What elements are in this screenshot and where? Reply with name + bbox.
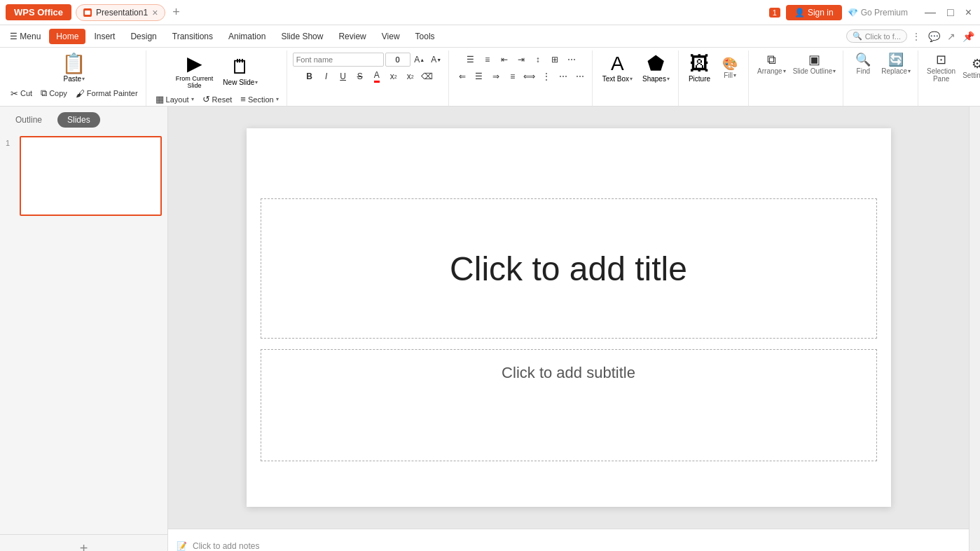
increase-indent-button[interactable]: ⇥ xyxy=(513,52,529,67)
decrease-font-button[interactable]: A▼ xyxy=(429,52,444,67)
reset-button[interactable]: ↺ Reset xyxy=(199,93,236,106)
font-color-button[interactable]: A xyxy=(369,69,385,84)
toolbar-more-icon[interactable]: ⋮ xyxy=(911,31,921,42)
font-name-input[interactable] xyxy=(293,53,384,67)
minimize-button[interactable]: — xyxy=(922,6,939,19)
arrange-arrow: ▾ xyxy=(783,68,786,74)
arrange-button[interactable]: ⧉ Arrange ▾ xyxy=(754,52,789,76)
add-slide-button[interactable]: + xyxy=(80,540,88,551)
slides-group: ▶ From CurrentSlide 🗒 New Slide ▾ ▦ Layo… xyxy=(148,50,287,106)
text-dir-button[interactable]: ⟺ xyxy=(522,69,537,84)
para-spacing-button[interactable]: ⋮ xyxy=(539,69,554,84)
underline-button[interactable]: U xyxy=(336,69,351,84)
bullet-list2-button[interactable]: ⋯ xyxy=(572,69,588,84)
format-painter-button[interactable]: 🖌 Format Painter xyxy=(72,87,142,100)
section-arrow: ▾ xyxy=(276,96,279,102)
replace-button[interactable]: 🔄 Replace ▾ xyxy=(878,52,913,76)
canvas-area: Click to add title Click to add subtitle… xyxy=(168,107,969,551)
menu-insert[interactable]: Insert xyxy=(87,29,122,44)
cut-button[interactable]: ✂ Cut xyxy=(7,87,36,100)
text-box-button[interactable]: A Text Box ▾ xyxy=(598,52,637,85)
menu-transitions[interactable]: Transitions xyxy=(165,29,220,44)
menu-hamburger[interactable]: ☰ Menu xyxy=(3,29,48,44)
document-tab[interactable]: Presentation1 × xyxy=(76,4,165,21)
share-icon[interactable]: ↗ xyxy=(947,31,955,42)
eraser-button[interactable]: ⌫ xyxy=(420,69,435,84)
fill-label: Fill xyxy=(724,72,733,79)
search-box[interactable]: 🔍 Click to f... xyxy=(846,29,907,43)
col-button[interactable]: ⊞ xyxy=(547,52,563,67)
menu-tools[interactable]: Tools xyxy=(408,29,442,44)
slide-outline-button[interactable]: ▣ Slide Outline ▾ xyxy=(790,52,839,76)
bold-button[interactable]: B xyxy=(302,69,317,84)
pin-icon[interactable]: 📌 xyxy=(962,31,974,42)
selection-row: ⊡ SelectionPane ⚙ Settings ▾ xyxy=(924,52,980,84)
copy-icon: ⧉ xyxy=(41,88,47,99)
subtitle-placeholder[interactable]: Click to add subtitle xyxy=(261,349,877,461)
copy-button[interactable]: ⧉ Copy xyxy=(37,86,71,100)
bullet-list-button[interactable]: ☰ xyxy=(463,52,478,67)
superscript-button[interactable]: x2 xyxy=(386,69,401,84)
wps-office-button[interactable]: WPS Office xyxy=(6,4,71,20)
menu-design[interactable]: Design xyxy=(123,29,163,44)
layout-button[interactable]: ▦ Layout ▾ xyxy=(152,93,198,106)
more-para-button[interactable]: ⋯ xyxy=(564,52,579,67)
sidebar: Outline Slides 1 + xyxy=(0,107,168,551)
align-left-button[interactable]: ⇐ xyxy=(455,69,470,84)
settings-button[interactable]: ⚙ Settings ▾ xyxy=(960,56,980,81)
italic-button[interactable]: I xyxy=(319,69,334,84)
signin-button[interactable]: 👤 Sign in xyxy=(786,5,842,20)
add-tab-button[interactable]: + xyxy=(172,5,180,20)
menu-view[interactable]: View xyxy=(375,29,407,44)
justify-button[interactable]: ≡ xyxy=(505,69,520,84)
increase-font-button[interactable]: A▲ xyxy=(412,52,427,67)
comment-icon[interactable]: 💬 xyxy=(928,31,940,42)
notes-area[interactable]: 📝 Click to add notes xyxy=(168,529,969,551)
tab-slides[interactable]: Slides xyxy=(57,112,100,128)
selection-group: ⊡ SelectionPane ⚙ Settings ▾ xyxy=(920,50,980,106)
menu-review[interactable]: Review xyxy=(331,29,373,44)
menu-animation[interactable]: Animation xyxy=(221,29,272,44)
shapes-label: Shapes xyxy=(642,75,666,83)
font-group: A▲ A▼ B I U S A x2 x2 ⌫ xyxy=(289,50,449,106)
title-placeholder[interactable]: Click to add title xyxy=(261,198,877,339)
font-top-row: A▲ A▼ xyxy=(293,52,444,67)
picture-button[interactable]: 🖼 Picture xyxy=(684,52,715,85)
search-icon: 🔍 xyxy=(853,32,862,41)
slide-content[interactable]: Click to add title Click to add subtitle xyxy=(247,128,891,507)
go-premium-button[interactable]: 💎 Go Premium xyxy=(848,8,908,18)
line-spacing-button[interactable]: ↕ xyxy=(530,52,546,67)
section-button[interactable]: ≡ Section ▾ xyxy=(237,93,282,106)
find-label: Find xyxy=(857,67,870,75)
restore-button[interactable]: □ xyxy=(944,6,957,19)
num-list2-button[interactable]: ⋯ xyxy=(555,69,571,84)
layout-icon: ▦ xyxy=(156,94,164,104)
arrange-icon: ⧉ xyxy=(767,53,776,66)
close-button[interactable]: × xyxy=(962,6,974,19)
main-layout: Outline Slides 1 + Click to add title Cl… xyxy=(0,107,980,551)
align-center-button[interactable]: ☰ xyxy=(471,69,487,84)
font-size-input[interactable] xyxy=(385,53,410,67)
arrange-group: ⧉ Arrange ▾ ▣ Slide Outline ▾ xyxy=(750,50,843,106)
align-right-button[interactable]: ⇒ xyxy=(488,69,504,84)
tab-close-icon[interactable]: × xyxy=(152,7,158,18)
section-label: Section xyxy=(248,95,274,104)
paste-button[interactable]: 📋 Paste ▾ xyxy=(57,52,90,85)
selection-pane-button[interactable]: ⊡ SelectionPane xyxy=(924,52,958,84)
slide-item-1[interactable]: 1 xyxy=(6,136,162,216)
strikethrough-button[interactable]: S xyxy=(352,69,368,84)
new-slide-button[interactable]: 🗒 New Slide ▾ xyxy=(219,55,262,88)
menu-slideshow[interactable]: Slide Show xyxy=(274,29,330,44)
notification-badge[interactable]: 1 xyxy=(769,8,780,18)
shapes-button[interactable]: ⬟ Shapes ▾ xyxy=(638,52,674,85)
tab-outline[interactable]: Outline xyxy=(6,112,52,128)
from-current-slide-button[interactable]: ▶ From CurrentSlide xyxy=(172,52,218,91)
menu-home[interactable]: Home xyxy=(49,29,85,44)
subscript-button[interactable]: x2 xyxy=(403,69,418,84)
numbered-list-button[interactable]: ≡ xyxy=(480,52,495,67)
decrease-indent-button[interactable]: ⇤ xyxy=(497,52,512,67)
find-button[interactable]: 🔍 Find xyxy=(849,52,877,76)
slide-thumbnail-1[interactable] xyxy=(20,136,162,216)
fill-button[interactable]: 🎨 Fill ▾ xyxy=(716,56,744,81)
sidebar-tabs: Outline Slides xyxy=(0,107,167,130)
